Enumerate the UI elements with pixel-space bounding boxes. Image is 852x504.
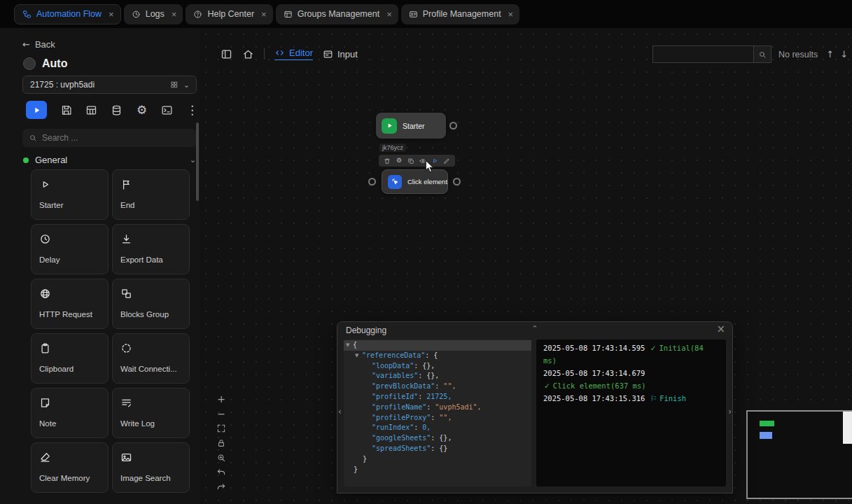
flow-title-row: Auto bbox=[23, 57, 67, 70]
block-card-wait-connecti[interactable]: Wait Connecti... bbox=[112, 333, 190, 384]
tab-help-center[interactable]: Help Center× bbox=[186, 4, 272, 24]
block-card-clear-memory[interactable]: Clear Memory bbox=[31, 442, 109, 493]
block-card-blocks-group[interactable]: Blocks Group bbox=[112, 279, 190, 329]
debug-log-console[interactable]: 2025-05-08 17:43:14.595 ✓Initial(84 ms)2… bbox=[536, 340, 726, 486]
eye-icon[interactable] bbox=[419, 158, 426, 164]
more-button[interactable]: ⋮ bbox=[186, 104, 198, 116]
settings-button[interactable]: ⚙ bbox=[136, 104, 148, 116]
block-label: Image Search bbox=[120, 474, 181, 482]
block-label: End bbox=[120, 201, 181, 209]
block-label: Wait Connecti... bbox=[120, 365, 181, 373]
copy-icon[interactable] bbox=[407, 158, 414, 164]
starter-node-icon bbox=[382, 118, 397, 134]
tab-close-icon[interactable]: × bbox=[261, 9, 267, 20]
node-starter[interactable]: Starter bbox=[376, 113, 446, 139]
globe-icon bbox=[39, 288, 51, 300]
tab-close-icon[interactable]: × bbox=[172, 9, 177, 20]
block-card-end[interactable]: End bbox=[112, 169, 190, 220]
loader-icon bbox=[120, 342, 132, 354]
gear-icon[interactable]: ⚙ bbox=[396, 158, 403, 164]
back-button[interactable]: ← Back bbox=[22, 39, 55, 50]
port-click-in[interactable] bbox=[368, 178, 376, 186]
table-button[interactable] bbox=[85, 104, 97, 116]
tab-logs[interactable]: Logs× bbox=[124, 4, 183, 24]
node-click-element[interactable]: Click element bbox=[382, 169, 448, 194]
play-icon bbox=[386, 122, 393, 130]
tab-groups-management[interactable]: Groups Management× bbox=[276, 4, 398, 24]
redo-icon bbox=[216, 482, 226, 492]
expand-icon bbox=[216, 424, 226, 433]
block-card-image-search[interactable]: Image Search bbox=[112, 442, 190, 493]
prev-result-icon[interactable]: ↑ bbox=[826, 50, 834, 59]
database-button[interactable] bbox=[111, 104, 123, 116]
block-card-http-request[interactable]: HTTP Request bbox=[31, 279, 109, 329]
json-line: } bbox=[344, 454, 531, 465]
tab-close-icon[interactable]: × bbox=[508, 9, 514, 20]
pencil-icon[interactable] bbox=[443, 158, 450, 164]
collapse-panel-icon[interactable]: ⌄ bbox=[531, 324, 538, 332]
block-label: Clipboard bbox=[39, 365, 100, 373]
block-card-clipboard[interactable]: Clipboard bbox=[31, 333, 109, 384]
gear-icon: ⚙ bbox=[136, 104, 148, 116]
port-click-out[interactable] bbox=[453, 178, 461, 186]
tab-label: Groups Management bbox=[298, 9, 379, 19]
save-button[interactable] bbox=[60, 104, 72, 116]
block-card-export-data[interactable]: Export Data bbox=[112, 224, 190, 274]
log-line: 2025-05-08 17:43:14.595 ✓Initial(84 ms) bbox=[543, 342, 719, 367]
minus-icon: − bbox=[216, 409, 226, 419]
node-label: Click element bbox=[407, 178, 447, 186]
debug-json-view[interactable]: ▼{▼"referenceData": {"loopData": {},"var… bbox=[344, 340, 531, 486]
play-outline-icon[interactable] bbox=[431, 158, 438, 164]
undo-button[interactable] bbox=[216, 467, 227, 477]
block-search-input[interactable] bbox=[42, 133, 190, 143]
block-label: HTTP Request bbox=[39, 310, 100, 318]
tab-input[interactable]: Input bbox=[323, 49, 358, 59]
collapse-arrow-icon[interactable]: ▼ bbox=[346, 343, 353, 348]
id-card-icon bbox=[409, 10, 418, 19]
block-card-write-log[interactable]: Write Log bbox=[112, 388, 190, 438]
tab-close-icon[interactable]: × bbox=[109, 9, 114, 20]
fit-view-button[interactable] bbox=[216, 423, 227, 433]
next-result-icon[interactable]: ↓ bbox=[840, 50, 848, 59]
trash-icon[interactable] bbox=[384, 158, 391, 164]
chevron-down-icon: ⌄ bbox=[183, 81, 190, 89]
search-button[interactable] bbox=[754, 46, 771, 63]
home-icon[interactable] bbox=[242, 48, 254, 60]
profile-select[interactable]: 21725 : uvph5adi ⌄ bbox=[22, 76, 197, 94]
tab-editor[interactable]: Editor bbox=[274, 48, 313, 60]
redo-button[interactable] bbox=[216, 482, 227, 492]
block-label: Starter bbox=[39, 201, 100, 209]
block-card-starter[interactable]: Starter bbox=[31, 169, 109, 220]
panel-resize-left-icon[interactable]: ‹ bbox=[338, 407, 342, 416]
canvas-search-input[interactable] bbox=[652, 46, 754, 63]
close-icon[interactable]: × bbox=[716, 324, 725, 335]
browser-preview[interactable] bbox=[746, 410, 852, 499]
block-card-note[interactable]: Note bbox=[31, 388, 109, 438]
canvas-zoom-toolbar: +− bbox=[216, 393, 227, 492]
block-label: Blocks Group bbox=[120, 310, 181, 318]
tab-close-icon[interactable]: × bbox=[386, 9, 392, 20]
panel-resize-right-icon[interactable]: › bbox=[728, 407, 732, 416]
preview-element-blue bbox=[760, 432, 772, 439]
json-line: "prevBlockData": "", bbox=[344, 382, 531, 392]
collapse-arrow-icon[interactable]: ▼ bbox=[355, 354, 362, 358]
block-card-delay[interactable]: Delay bbox=[31, 224, 109, 274]
sidebar-toggle-icon[interactable] bbox=[221, 48, 232, 60]
sidebar-scrollbar[interactable] bbox=[196, 122, 199, 201]
zoom-out-button[interactable]: − bbox=[216, 408, 227, 419]
grid-icon bbox=[170, 80, 179, 89]
chevron-down-icon: ⌄ bbox=[190, 156, 196, 164]
tab-profile-management[interactable]: Profile Management× bbox=[401, 4, 519, 24]
run-button[interactable] bbox=[26, 101, 47, 119]
zoom-reset-button[interactable] bbox=[216, 452, 227, 463]
divider bbox=[264, 48, 265, 59]
back-arrow-icon: ← bbox=[22, 40, 30, 49]
section-general[interactable]: General ⌄ bbox=[23, 155, 196, 165]
terminal-button[interactable] bbox=[161, 104, 173, 116]
zoom-in-button[interactable]: + bbox=[216, 393, 227, 404]
help-icon bbox=[193, 10, 202, 19]
port-starter-out[interactable] bbox=[449, 122, 457, 130]
tab-automation-flow[interactable]: Automation Flow× bbox=[14, 4, 121, 24]
flow-canvas[interactable]: Editor Input No results ↑ ↓ +− Starter j… bbox=[200, 28, 852, 504]
lock-button[interactable] bbox=[216, 438, 227, 448]
